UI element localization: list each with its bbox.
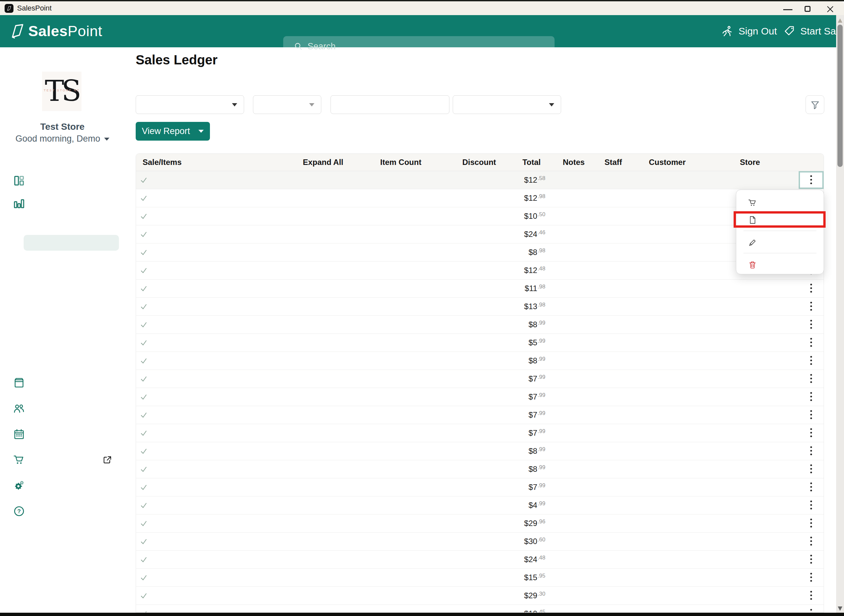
sign-out-button[interactable]: Sign Out [721, 15, 777, 47]
table-row[interactable]: $10.45 [136, 605, 823, 613]
row-actions-kebab-button[interactable] [799, 424, 823, 442]
sidebar-item-charge-accounts[interactable] [0, 270, 125, 289]
sidebar-item-support[interactable]: ? [0, 499, 125, 524]
filter-store-select[interactable] [253, 95, 321, 114]
row-actions-kebab-button[interactable] [799, 551, 823, 568]
table-row[interactable]: $30.60 [136, 532, 823, 551]
table-row[interactable]: $7.99 [136, 424, 823, 442]
expand-all-button[interactable]: Expand All [303, 158, 343, 167]
table-row[interactable]: $29.96 [136, 515, 823, 532]
table-row[interactable]: $8.99 [136, 460, 823, 478]
table-row[interactable]: $7.99 [136, 388, 823, 406]
filter-status-select[interactable] [453, 95, 561, 114]
table-row[interactable]: $12.98 [136, 189, 823, 207]
table-row[interactable]: $24.46 [136, 225, 823, 243]
sale-total: $29.96 [505, 519, 558, 528]
row-actions-kebab-button[interactable] [799, 406, 823, 424]
table-row[interactable]: $12.58 [136, 171, 823, 189]
table-row[interactable]: $7.99 [136, 478, 823, 496]
table-row[interactable]: $5.99 [136, 334, 823, 352]
scrollbar-up-arrow-icon[interactable] [838, 18, 843, 23]
row-actions-kebab-button[interactable] [799, 388, 823, 406]
row-actions-kebab-button[interactable] [799, 587, 823, 604]
sale-total: $7.99 [505, 483, 558, 492]
table-row[interactable]: $13.98 [136, 298, 823, 316]
calendar-icon [13, 428, 25, 440]
scrollbar-down-arrow-icon[interactable] [838, 606, 843, 611]
row-actions-kebab-button[interactable] [799, 515, 823, 532]
row-actions-kebab-button[interactable] [799, 605, 823, 613]
completed-check-icon [140, 574, 148, 581]
sidebar-item-payments[interactable] [0, 252, 125, 270]
sidebar-item-sales[interactable] [0, 215, 125, 233]
row-actions-kebab-button[interactable] [799, 352, 823, 370]
minimize-button[interactable] [783, 9, 793, 10]
completed-check-icon [140, 556, 148, 563]
row-actions-kebab-button[interactable] [799, 460, 823, 478]
table-row[interactable]: $29.30 [136, 587, 823, 605]
sidebar-item-gift-cards[interactable] [0, 307, 125, 326]
table-row[interactable]: $24.48 [136, 551, 823, 569]
menu-item-delete-sale[interactable] [736, 257, 823, 273]
scrollbar-thumb[interactable] [837, 25, 843, 167]
table-row[interactable]: $8.99 [136, 316, 823, 334]
sidebar-item-customers[interactable] [0, 396, 125, 421]
row-actions-kebab-button[interactable] [799, 496, 823, 514]
row-actions-kebab-button[interactable] [799, 316, 823, 333]
user-greeting[interactable]: Good morning, Demo [0, 134, 125, 144]
table-row[interactable]: $15.95 [136, 569, 823, 587]
sidebar-item-calendar[interactable] [0, 421, 125, 447]
vertical-scrollbar[interactable] [836, 15, 844, 616]
table-row[interactable]: $8.99 [136, 442, 823, 460]
close-button[interactable] [826, 5, 834, 13]
table-row[interactable]: $12.48 [136, 261, 823, 280]
row-actions-kebab-button[interactable] [799, 370, 823, 388]
funnel-icon [810, 100, 820, 110]
menu-item-view-create-order[interactable] [736, 195, 823, 211]
table-body: $12.58 $12.98 [136, 171, 823, 613]
page-title: Sales Ledger [136, 53, 217, 67]
view-report-button[interactable]: View Report [136, 122, 210, 141]
column-discount: Discount [453, 158, 505, 167]
sidebar-item-products[interactable] [0, 289, 125, 307]
sidebar-nav: ? [0, 169, 125, 524]
column-notes: Notes [558, 158, 598, 167]
table-row[interactable]: $8.98 [136, 243, 823, 261]
row-actions-kebab-button[interactable] [799, 280, 823, 297]
row-actions-kebab-button[interactable] [799, 334, 823, 352]
menu-item-edit[interactable] [736, 234, 823, 251]
sidebar-item-e-commerce[interactable] [0, 447, 125, 473]
row-actions-kebab-button[interactable] [799, 569, 823, 587]
row-actions-kebab-button[interactable] [799, 298, 823, 315]
filter-report-type-select[interactable] [136, 95, 244, 114]
completed-check-icon [140, 231, 148, 238]
table-row[interactable]: $10.50 [136, 207, 823, 225]
row-actions-kebab-button[interactable] [799, 478, 823, 496]
search-box[interactable] [283, 36, 555, 57]
table-row[interactable]: $4.99 [136, 496, 823, 515]
row-actions-kebab-button[interactable] [799, 171, 823, 189]
sidebar-item-sales-ledger[interactable] [0, 233, 125, 252]
row-actions-kebab-button[interactable] [799, 442, 823, 460]
tag-icon [783, 25, 795, 37]
table-row[interactable]: $7.99 [136, 370, 823, 388]
sidebar-item-products[interactable] [0, 370, 125, 396]
column-sale-items: Sale/Items [142, 158, 182, 167]
completed-check-icon [140, 321, 148, 329]
maximize-button[interactable] [804, 6, 810, 12]
search-input[interactable] [307, 41, 555, 52]
sidebar-item-overview[interactable] [0, 169, 125, 192]
table-row[interactable]: $7.99 [136, 406, 823, 424]
row-actions-kebab-button[interactable] [799, 532, 823, 550]
sidebar-item-reports[interactable] [0, 192, 125, 215]
start-sale-button[interactable]: Start Sale [783, 15, 844, 47]
sidebar-item-staff[interactable] [0, 326, 125, 344]
completed-check-icon [140, 176, 148, 184]
sidebar-item-settings[interactable] [0, 473, 125, 499]
filter-button[interactable] [806, 95, 824, 114]
table-row[interactable]: $11.98 [136, 280, 823, 298]
table-row[interactable]: $8.99 [136, 352, 823, 370]
filter-date-select[interactable] [331, 95, 450, 114]
menu-divider [743, 253, 816, 253]
customers-icon [13, 403, 25, 415]
